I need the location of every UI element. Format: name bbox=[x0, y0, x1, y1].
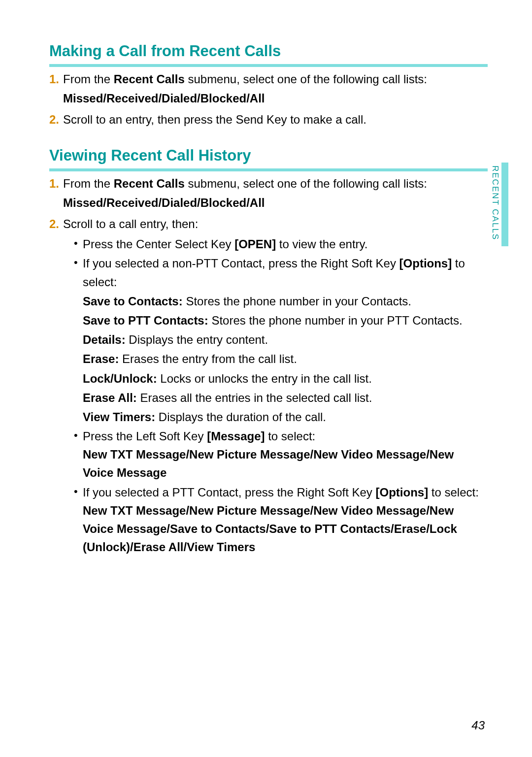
option-row: Lock/Unlock: Locks or unlocks the entry … bbox=[83, 369, 488, 388]
option-row: Details: Displays the entry content. bbox=[83, 330, 488, 349]
step-text: Scroll to an entry, then press the Send … bbox=[63, 113, 366, 126]
step-text: Scroll to a call entry, then: bbox=[63, 217, 198, 230]
manual-page: Making a Call from Recent Calls 1. From … bbox=[0, 0, 532, 757]
bullet-item: Press the Center Select Key [OPEN] to vi… bbox=[74, 235, 488, 253]
side-tab-label: RECENT CALLS bbox=[489, 165, 501, 240]
option-row: Erase: Erases the entry from the call li… bbox=[83, 350, 488, 368]
key-label: [Options] bbox=[399, 257, 452, 270]
option-name: Save to Contacts: bbox=[83, 295, 183, 308]
option-desc: Stores the phone number in your PTT Cont… bbox=[208, 314, 463, 327]
key-label: [OPEN] bbox=[234, 237, 276, 251]
step-number: 1. bbox=[49, 70, 59, 88]
multi-options: New TXT Message/New Picture Message/New … bbox=[83, 445, 488, 482]
text-fragment: to view the entry. bbox=[276, 237, 367, 251]
text-fragment: Press the Left Soft Key bbox=[83, 429, 207, 443]
option-row: View Timers: Displays the duration of th… bbox=[83, 408, 488, 426]
bullet-list: Press the Center Select Key [OPEN] to vi… bbox=[74, 235, 488, 556]
text-fragment: submenu, select one of the following cal… bbox=[185, 72, 427, 86]
option-desc: Displays the entry content. bbox=[126, 333, 268, 346]
key-label: [Options] bbox=[376, 486, 429, 499]
steps-section2: 1. From the Recent Calls submenu, select… bbox=[49, 174, 488, 557]
text-fragment: to select: bbox=[428, 486, 479, 499]
option-row: Erase All: Erases all the entries in the… bbox=[83, 389, 488, 407]
option-row: Save to PTT Contacts: Stores the phone n… bbox=[83, 311, 488, 329]
text-fragment: From the bbox=[63, 72, 114, 86]
section-heading-viewing-history: Viewing Recent Call History bbox=[49, 144, 488, 171]
bold-term: Recent Calls bbox=[114, 72, 185, 86]
text-fragment: submenu, select one of the following cal… bbox=[185, 177, 427, 190]
option-name: View Timers: bbox=[83, 410, 155, 424]
option-desc: Erases the entry from the call list. bbox=[119, 352, 297, 365]
step-number: 2. bbox=[49, 110, 59, 129]
bold-term: Recent Calls bbox=[114, 177, 185, 190]
text-fragment: Press the Center Select Key bbox=[83, 237, 234, 251]
option-name: Details: bbox=[83, 333, 126, 346]
option-name: Erase: bbox=[83, 352, 119, 365]
page-number: 43 bbox=[471, 716, 485, 734]
steps-section1: 1. From the Recent Calls submenu, select… bbox=[49, 70, 488, 129]
bullet-item: If you selected a PTT Contact, press the… bbox=[74, 483, 488, 557]
step-number: 1. bbox=[49, 174, 59, 193]
step-2: 2. Scroll to an entry, then press the Se… bbox=[49, 110, 488, 129]
side-tab-bar bbox=[501, 163, 508, 246]
text-fragment: From the bbox=[63, 177, 114, 190]
list-options: Missed/Received/Dialed/Blocked/All bbox=[63, 89, 488, 107]
option-desc: Locks or unlocks the entry in the call l… bbox=[157, 372, 372, 385]
option-name: Erase All: bbox=[83, 391, 137, 404]
text-fragment: If you selected a non-PTT Contact, press… bbox=[83, 257, 399, 270]
option-desc: Erases all the entries in the selected c… bbox=[137, 391, 372, 404]
option-desc: Displays the duration of the call. bbox=[155, 410, 326, 424]
step-2: 2. Scroll to a call entry, then: bbox=[49, 215, 488, 233]
key-label: [Message] bbox=[207, 429, 265, 443]
option-name: Lock/Unlock: bbox=[83, 372, 157, 385]
bullet-item: If you selected a non-PTT Contact, press… bbox=[74, 254, 488, 426]
option-row: Save to Contacts: Stores the phone numbe… bbox=[83, 292, 488, 310]
step-1: 1. From the Recent Calls submenu, select… bbox=[49, 174, 488, 193]
text-fragment: to select: bbox=[265, 429, 316, 443]
step-text: From the Recent Calls submenu, select on… bbox=[63, 72, 427, 86]
option-name: Save to PTT Contacts: bbox=[83, 314, 208, 327]
step-1: 1. From the Recent Calls submenu, select… bbox=[49, 70, 488, 88]
step-number: 2. bbox=[49, 215, 59, 233]
section-heading-making-call: Making a Call from Recent Calls bbox=[49, 39, 488, 67]
text-fragment: If you selected a PTT Contact, press the… bbox=[83, 486, 376, 499]
list-options: Missed/Received/Dialed/Blocked/All bbox=[63, 194, 488, 212]
option-desc: Stores the phone number in your Contacts… bbox=[183, 295, 411, 308]
multi-options: New TXT Message/New Picture Message/New … bbox=[83, 501, 488, 557]
step-text: From the Recent Calls submenu, select on… bbox=[63, 177, 427, 190]
bullet-item: Press the Left Soft Key [Message] to sel… bbox=[74, 427, 488, 482]
options-block: Save to Contacts: Stores the phone numbe… bbox=[83, 292, 488, 426]
side-tab: RECENT CALLS bbox=[489, 165, 505, 245]
